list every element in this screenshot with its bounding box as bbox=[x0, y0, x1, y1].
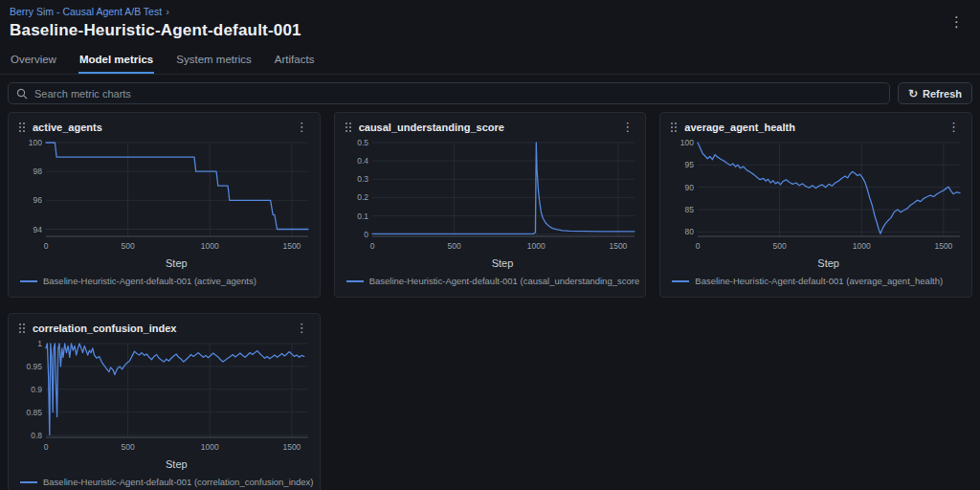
x-axis-label: Step bbox=[14, 458, 314, 470]
chart-title: causal_understanding_score bbox=[359, 122, 612, 133]
chart-legend: Baseline-Heuristic-Agent-default-001 (av… bbox=[666, 269, 966, 286]
page-title: Baseline-Heuristic-Agent-default-001 bbox=[10, 21, 970, 40]
svg-text:1000: 1000 bbox=[853, 241, 871, 251]
legend-label: Baseline-Heuristic-Agent-default-001 (av… bbox=[695, 276, 943, 286]
svg-text:0.1: 0.1 bbox=[357, 212, 368, 221]
svg-text:1500: 1500 bbox=[935, 241, 953, 251]
panel-header: causal_understanding_score ⋮ bbox=[341, 113, 640, 136]
svg-text:98: 98 bbox=[33, 167, 43, 176]
chart-legend: Baseline-Heuristic-Agent-default-001 (co… bbox=[14, 470, 314, 487]
legend-line-swatch bbox=[672, 280, 689, 282]
tab-bar: Overview Model metrics System metrics Ar… bbox=[0, 49, 980, 75]
tab-overview[interactable]: Overview bbox=[10, 49, 57, 74]
svg-text:0.3: 0.3 bbox=[357, 174, 368, 184]
drag-handle-icon[interactable] bbox=[18, 122, 26, 133]
svg-text:500: 500 bbox=[122, 442, 135, 452]
legend-line-swatch bbox=[20, 481, 37, 483]
svg-text:0: 0 bbox=[369, 241, 374, 251]
svg-text:0.95: 0.95 bbox=[26, 362, 42, 371]
x-axis-label: Step bbox=[14, 257, 314, 269]
tab-system-metrics[interactable]: System metrics bbox=[175, 49, 253, 74]
panel-header: active_agents ⋮ bbox=[14, 113, 314, 136]
chart-panel-correlation-confusion-index: correlation_confusion_index ⋮ 0.80.850.9… bbox=[8, 313, 321, 490]
svg-text:80: 80 bbox=[685, 227, 695, 236]
svg-text:1500: 1500 bbox=[282, 241, 301, 251]
line-chart[interactable]: 80859095100050010001500 bbox=[666, 136, 966, 258]
svg-text:1000: 1000 bbox=[201, 442, 219, 452]
svg-text:100: 100 bbox=[29, 138, 42, 147]
chart-title: active_agents bbox=[33, 122, 285, 133]
chart-panel-causal-understanding-score: causal_understanding_score ⋮ 00.10.20.30… bbox=[334, 112, 647, 298]
drag-handle-icon[interactable] bbox=[345, 122, 352, 133]
x-axis-label: Step bbox=[341, 257, 640, 269]
x-axis-label: Step bbox=[666, 257, 966, 269]
svg-text:0: 0 bbox=[44, 442, 49, 452]
panel-header: average_agent_health ⋮ bbox=[666, 113, 966, 136]
chart-legend: Baseline-Heuristic-Agent-default-001 (ca… bbox=[341, 269, 640, 286]
breadcrumb[interactable]: Berry Sim - Causal Agent A/B Test› bbox=[10, 6, 970, 17]
line-chart[interactable]: 00.10.20.30.40.5050010001500 bbox=[341, 136, 640, 258]
svg-text:0.4: 0.4 bbox=[357, 156, 368, 166]
breadcrumb-project-link[interactable]: Berry Sim - Causal Agent A/B Test bbox=[10, 6, 162, 17]
svg-text:0: 0 bbox=[44, 241, 49, 251]
svg-text:90: 90 bbox=[685, 183, 695, 192]
refresh-label: Refresh bbox=[923, 88, 962, 100]
chart-legend: Baseline-Heuristic-Agent-default-001 (ac… bbox=[14, 269, 314, 286]
svg-text:0.2: 0.2 bbox=[357, 192, 368, 202]
legend-label: Baseline-Heuristic-Agent-default-001 (ca… bbox=[369, 276, 640, 286]
drag-handle-icon[interactable] bbox=[670, 122, 678, 133]
legend-label: Baseline-Heuristic-Agent-default-001 (ac… bbox=[43, 276, 256, 286]
line-chart[interactable]: 0.80.850.90.951050010001500 bbox=[14, 337, 314, 459]
svg-text:0.9: 0.9 bbox=[31, 385, 42, 394]
search-box[interactable] bbox=[8, 82, 890, 104]
search-input[interactable] bbox=[34, 88, 881, 100]
svg-text:1000: 1000 bbox=[526, 241, 545, 251]
page-menu-icon[interactable]: ⋮ bbox=[945, 13, 969, 31]
svg-text:100: 100 bbox=[680, 138, 694, 147]
charts-grid: active_agents ⋮ 949698100050010001500 St… bbox=[0, 104, 980, 490]
legend-label: Baseline-Heuristic-Agent-default-001 (co… bbox=[43, 477, 314, 487]
chevron-right-icon: › bbox=[166, 6, 169, 17]
svg-text:500: 500 bbox=[447, 241, 460, 251]
svg-text:1500: 1500 bbox=[282, 442, 301, 452]
tab-artifacts[interactable]: Artifacts bbox=[274, 49, 316, 74]
legend-line-swatch bbox=[346, 280, 364, 282]
panel-header: correlation_confusion_index ⋮ bbox=[14, 314, 314, 337]
legend-line-swatch bbox=[20, 280, 37, 282]
svg-text:0.8: 0.8 bbox=[31, 431, 42, 440]
refresh-button[interactable]: ↻ Refresh bbox=[898, 82, 972, 104]
svg-text:0: 0 bbox=[696, 241, 701, 251]
svg-text:96: 96 bbox=[33, 195, 43, 205]
chart-title: correlation_confusion_index bbox=[33, 323, 285, 334]
tab-model-metrics[interactable]: Model metrics bbox=[78, 49, 154, 74]
panel-menu-icon[interactable]: ⋮ bbox=[292, 321, 312, 335]
svg-text:0: 0 bbox=[364, 230, 368, 239]
svg-text:94: 94 bbox=[33, 225, 43, 234]
drag-handle-icon[interactable] bbox=[18, 323, 26, 334]
panel-menu-icon[interactable]: ⋮ bbox=[292, 120, 312, 134]
toolbar: ↻ Refresh bbox=[0, 75, 980, 104]
svg-text:1000: 1000 bbox=[201, 241, 219, 251]
svg-text:1: 1 bbox=[37, 339, 42, 348]
refresh-icon: ↻ bbox=[908, 88, 918, 100]
page-header: Berry Sim - Causal Agent A/B Test› Basel… bbox=[0, 0, 980, 40]
search-icon bbox=[16, 88, 28, 100]
panel-menu-icon[interactable]: ⋮ bbox=[617, 120, 637, 134]
chart-panel-active-agents: active_agents ⋮ 949698100050010001500 St… bbox=[8, 112, 321, 298]
panel-menu-icon[interactable]: ⋮ bbox=[944, 120, 964, 134]
line-chart[interactable]: 949698100050010001500 bbox=[14, 136, 314, 258]
svg-text:500: 500 bbox=[122, 241, 135, 251]
svg-text:500: 500 bbox=[773, 241, 787, 251]
svg-text:0.85: 0.85 bbox=[26, 408, 42, 417]
chart-title: average_agent_health bbox=[684, 122, 937, 133]
chart-panel-average-agent-health: average_agent_health ⋮ 80859095100050010… bbox=[659, 112, 972, 298]
svg-text:95: 95 bbox=[685, 160, 695, 169]
svg-text:1500: 1500 bbox=[609, 241, 627, 251]
svg-text:0.5: 0.5 bbox=[357, 138, 368, 147]
svg-text:85: 85 bbox=[685, 205, 695, 214]
